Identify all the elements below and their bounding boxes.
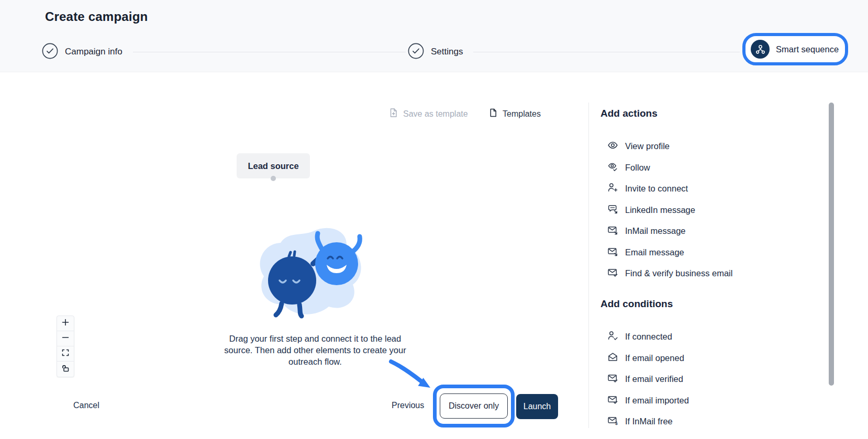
action-inmail-message[interactable]: InMail message [607, 223, 686, 239]
chat-arrow-icon [607, 204, 618, 217]
header: Create campaign Campaign info Settings [0, 0, 868, 72]
step-smart-sequence[interactable]: Smart sequence [742, 33, 848, 65]
envelope-arrow-icon [607, 224, 618, 238]
action-invite-to-connect[interactable]: Invite to connect [607, 181, 688, 196]
condition-label: If email verified [625, 374, 683, 384]
svg-text:$: $ [615, 421, 618, 426]
empty-state-text: Drag your first step and connect it to t… [222, 333, 408, 367]
condition-label: If connected [625, 332, 672, 342]
scrollbar-thumb[interactable] [829, 103, 834, 386]
launch-button[interactable]: Launch [516, 394, 558, 419]
sequence-icon [751, 40, 770, 59]
action-email-message[interactable]: Email message [607, 244, 684, 260]
eye-check-icon [607, 161, 618, 174]
condition-label: If InMail free [625, 417, 673, 426]
zoom-in-icon [61, 318, 70, 329]
action-label: Follow [625, 163, 650, 173]
check-circle-icon [408, 43, 424, 61]
lead-source-connector-port[interactable] [271, 176, 276, 181]
step-label: Campaign info [65, 47, 123, 57]
previous-button[interactable]: Previous [392, 401, 424, 410]
cancel-button[interactable]: Cancel [73, 401, 99, 410]
document-plus-icon [388, 108, 398, 120]
sidebar-divider [588, 103, 589, 428]
condition-if-inmail-free[interactable]: $ If InMail free [607, 413, 673, 429]
lead-source-node[interactable]: Lead source [237, 153, 310, 178]
save-as-template-button[interactable]: Save as template [388, 108, 468, 120]
fit-view-button[interactable] [57, 346, 74, 362]
person-plus-icon [607, 182, 618, 195]
zoom-out-button[interactable] [57, 331, 74, 346]
condition-label: If email imported [625, 396, 689, 406]
action-label: InMail message [625, 226, 686, 236]
discover-only-button[interactable]: Discover only [440, 393, 508, 419]
zoom-out-icon [61, 333, 70, 344]
fit-view-icon [61, 348, 70, 359]
step-label: Settings [431, 47, 463, 57]
step-label: Smart sequence [776, 44, 839, 54]
step-connector [133, 52, 406, 52]
unlock-icon [61, 364, 70, 375]
action-label: Invite to connect [625, 184, 688, 194]
save-as-template-label: Save as template [403, 109, 468, 119]
envelope-dollar-icon: $ [607, 415, 618, 428]
action-label: Find & verify business email [625, 268, 732, 278]
add-conditions-heading: Add conditions [600, 298, 673, 310]
add-actions-heading: Add actions [600, 108, 658, 119]
person-check-icon [607, 330, 618, 343]
action-view-profile[interactable]: View profile [607, 138, 670, 154]
templates-button[interactable]: Templates [488, 108, 541, 120]
create-campaign-screen: Create campaign Campaign info Settings [0, 0, 868, 439]
canvas-zoom-controls [57, 316, 74, 377]
condition-if-connected[interactable]: If connected [607, 329, 672, 344]
condition-if-email-verified[interactable]: If email verified [607, 371, 683, 387]
action-label: LinkedIn message [625, 205, 695, 215]
action-label: View profile [625, 141, 670, 151]
arrow-annotation [386, 358, 437, 395]
envelope-check-icon [607, 394, 618, 407]
document-icon [488, 108, 498, 120]
action-linkedin-message[interactable]: LinkedIn message [607, 202, 695, 218]
lock-canvas-button[interactable] [57, 362, 74, 377]
action-label: Email message [625, 247, 684, 257]
step-campaign-info[interactable]: Campaign info [42, 43, 123, 61]
action-follow[interactable]: Follow [607, 160, 650, 175]
envelope-check-icon [607, 373, 618, 386]
zoom-in-button[interactable] [57, 316, 74, 331]
action-find-verify-business-email[interactable]: Find & verify business email [607, 265, 732, 281]
condition-if-email-imported[interactable]: If email imported [607, 392, 689, 408]
step-settings[interactable]: Settings [408, 43, 463, 61]
eye-icon [607, 140, 618, 153]
page-title: Create campaign [45, 9, 148, 24]
envelope-arrow-icon [607, 246, 618, 259]
condition-if-email-opened[interactable]: If email opened [607, 350, 684, 366]
templates-label: Templates [503, 109, 541, 119]
step-connector [473, 52, 740, 52]
envelope-check-icon [607, 267, 618, 280]
empty-state-illustration [254, 226, 374, 323]
condition-label: If email opened [625, 353, 684, 363]
envelope-open-icon [607, 352, 618, 365]
check-circle-icon [42, 43, 58, 61]
